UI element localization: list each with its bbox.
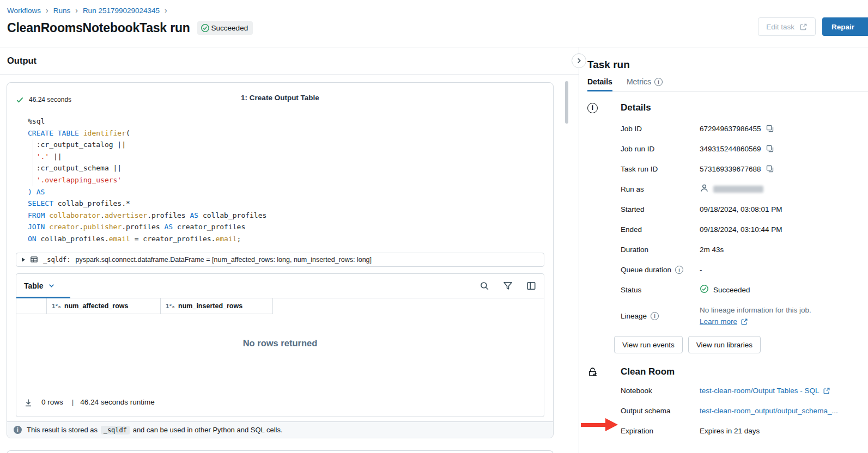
detail-row: Task run ID573169339677688	[621, 163, 868, 175]
number-type-icon: 1²₃	[166, 303, 175, 309]
clean-room-value: Expires in 21 days	[700, 425, 760, 437]
info-icon: i	[675, 266, 683, 274]
detail-label: Run as	[621, 183, 700, 195]
view-run-events-button[interactable]: View run events	[614, 336, 683, 353]
detail-label: Ended	[621, 224, 700, 235]
detail-label: Duration	[621, 244, 700, 255]
output-heading: Output	[0, 47, 579, 75]
chevron-down-icon	[48, 282, 55, 289]
copy-icon[interactable]	[766, 164, 774, 173]
detail-row: Ended09/18/2024, 03:10:44 PM	[621, 224, 868, 235]
tab-metrics[interactable]: Metricsi	[627, 77, 663, 91]
clean-room-section-title: Clean Room	[621, 366, 675, 377]
repair-button[interactable]: Repair	[822, 17, 868, 36]
details-info-icon: i	[587, 103, 598, 113]
details-section-title: Details	[621, 102, 651, 113]
code-line: %sql	[28, 115, 544, 127]
dataframe-type: pyspark.sql.connect.dataframe.DataFrame …	[76, 256, 372, 264]
row-count: 0 rows	[41, 398, 63, 406]
clean-room-label: Output schema	[621, 405, 700, 417]
task-run-panel: Task run DetailsMetricsi i Details Job I…	[579, 47, 868, 453]
detail-value: 349315244860569	[700, 143, 774, 155]
column-header-num_affected_rows[interactable]: 1²₃num_affected_rows	[47, 298, 161, 314]
output-panel: Output 46.24 seconds 1: Create Output Ta…	[0, 47, 579, 453]
detail-label: Job ID	[621, 123, 700, 134]
status-check-icon	[700, 284, 709, 293]
edit-task-button[interactable]: Edit task	[758, 17, 816, 36]
detail-row: Duration2m 43s	[621, 244, 868, 255]
detail-label: Lineagei	[621, 304, 700, 327]
view-run-libraries-button[interactable]: View run libraries	[688, 336, 761, 353]
tab-details[interactable]: Details	[587, 77, 612, 91]
person-icon	[700, 183, 709, 193]
cell-title: 1: Create Output Table	[7, 94, 553, 102]
search-icon[interactable]	[479, 281, 489, 291]
breadcrumb: Workflows›Runs›Run 251799029024345›	[7, 6, 868, 15]
detail-row: Job ID672949637986455	[621, 123, 868, 134]
dataframe-name: _sqldf:	[43, 256, 71, 264]
clean-room-label: Notebook	[621, 385, 700, 396]
external-link-icon	[799, 23, 808, 31]
detail-label: Status	[621, 284, 700, 296]
external-link-icon	[740, 318, 748, 326]
breadcrumb-link-1[interactable]: Runs	[53, 7, 71, 15]
learn-more-link[interactable]: Learn more	[700, 316, 748, 327]
notebook-link[interactable]: test-clean-room/Output Tables - SQL	[700, 385, 830, 396]
clean-room-row: Notebooktest-clean-room/Output Tables - …	[621, 385, 868, 396]
detail-value: -	[700, 264, 702, 276]
expand-triangle-icon	[22, 258, 25, 262]
copy-icon[interactable]	[766, 124, 774, 133]
clean-room-row: ExpirationExpires in 21 days	[621, 425, 868, 437]
column-header-num_inserted_rows[interactable]: 1²₃num_inserted_rows	[161, 298, 273, 314]
code-line: '.overlapping_users'	[28, 174, 544, 186]
breadcrumb-link-0[interactable]: Workflows	[7, 7, 41, 15]
results-panel: Table	[16, 273, 544, 417]
clean-room-value: test-clean-room/Output Tables - SQL	[700, 385, 830, 396]
info-icon: i	[651, 312, 659, 320]
breadcrumb-separator: ›	[165, 6, 167, 15]
dataframe-result-expander[interactable]: _sqldf: pyspark.sql.connect.dataframe.Da…	[16, 253, 544, 267]
task-run-title: Task run	[587, 58, 868, 71]
detail-row: Started09/18/2024, 03:08:01 PM	[621, 204, 868, 215]
sql-code-block: %sqlCREATE TABLE identifier( :cr_output_…	[28, 115, 544, 245]
clean-room-lock-icon	[587, 367, 621, 377]
detail-value: 2m 43s	[700, 244, 724, 255]
status-badge-label: Succeeded	[211, 24, 248, 32]
lineage-message: No lineage information for this job.	[700, 304, 811, 316]
code-line: '.' ||	[28, 151, 544, 163]
detail-label: Task run ID	[621, 163, 700, 175]
row-index-header-cell[interactable]	[16, 298, 47, 314]
detail-value: Succeeded	[700, 284, 750, 296]
detail-value: No lineage information for this job.Lear…	[700, 304, 811, 327]
collapse-panel-button[interactable]	[572, 53, 586, 68]
columns-icon[interactable]	[526, 281, 536, 291]
external-link-icon	[823, 387, 830, 395]
detail-row: Job run ID349315244860569	[621, 143, 868, 155]
breadcrumb-link-2[interactable]: Run 251799029024345	[83, 7, 160, 15]
copy-icon[interactable]	[766, 144, 774, 153]
table-view-dropdown[interactable]: Table	[24, 281, 55, 290]
info-icon: i	[654, 78, 663, 86]
status-badge: Succeeded	[197, 21, 253, 35]
output-schema-link[interactable]: test-clean-room_output/output_schema_...	[700, 405, 838, 417]
detail-row: Run as	[621, 183, 868, 195]
breadcrumb-separator: ›	[46, 6, 48, 15]
code-line: :cr_output_catalog ||	[28, 139, 544, 151]
task-run-tabs: DetailsMetricsi	[587, 77, 868, 91]
scrollbar-thumb[interactable]	[565, 81, 568, 124]
sqldf-chip: _sqldf	[101, 426, 130, 434]
code-line: FROM collaborator.advertiser.profiles AS…	[28, 210, 544, 222]
details-buttons: View run eventsView run libraries	[614, 336, 868, 353]
code-line: :cr_output_schema ||	[28, 162, 544, 174]
next-cell-stub	[7, 450, 554, 453]
status-check-icon	[201, 23, 210, 33]
clean-room-label: Expiration	[621, 425, 700, 437]
active-tab-underline	[16, 297, 70, 298]
info-icon: i	[14, 426, 22, 434]
filter-icon[interactable]	[503, 281, 513, 291]
detail-row: Queue durationi-	[621, 264, 868, 276]
download-icon[interactable]	[24, 399, 33, 407]
runtime-label: 46.24 seconds runtime	[80, 398, 155, 406]
clean-room-value: test-clean-room_output/output_schema_...	[700, 405, 838, 417]
code-line: SELECT collab_profiles.*	[28, 198, 544, 210]
